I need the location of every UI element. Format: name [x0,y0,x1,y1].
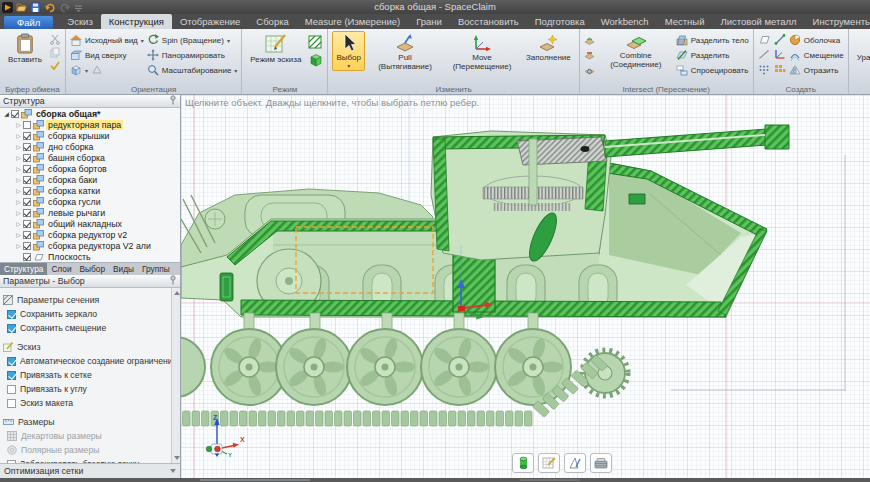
option-2-0[interactable]: Декартовы размеры [0,429,180,443]
equation-button[interactable]: Σ Уравнение [853,31,870,65]
visibility-checkbox[interactable] [23,165,31,173]
tree-item-3[interactable]: ▷дно сборка [0,141,180,152]
tree-item-13[interactable]: Плоскость [0,251,180,262]
panel-tab-1[interactable]: Слои [47,263,75,275]
visibility-checkbox[interactable] [23,132,31,140]
intersect-small-icon[interactable] [584,65,596,77]
panel-tab-3[interactable]: Виды [109,263,138,275]
solid-mode-button[interactable] [512,453,534,473]
options-section-header-1[interactable]: Эскиз [0,339,180,354]
tab-file[interactable]: Файл [4,16,53,29]
select-tool-button[interactable]: Выбор ▾ [332,31,365,71]
section-mode-icon[interactable] [308,35,323,49]
mirror-button[interactable]: Отразить [789,63,844,77]
expander-icon[interactable]: ▷ [14,242,23,249]
expander-icon[interactable]: ▷ [14,154,23,161]
expander-icon[interactable]: ▷ [14,165,23,172]
spin-button[interactable]: Spin (Вращение)▾ [147,33,238,47]
visibility-checkbox[interactable] [23,121,31,129]
scroll-down-icon[interactable] [174,456,180,460]
section-mode-button[interactable] [590,453,612,473]
merge-icon[interactable] [584,35,596,47]
point-grid-icon[interactable] [758,63,770,75]
visibility-checkbox[interactable] [23,154,31,162]
expander-icon[interactable]: ▷ [14,121,23,128]
fill-tool-button[interactable]: Заполнение [522,31,575,65]
road-wheel-1[interactable] [276,329,352,405]
model-canvas[interactable] [181,95,870,478]
visibility-checkbox[interactable] [23,176,31,184]
tab-9[interactable]: Местный [657,14,713,29]
pattern-grid-icon[interactable] [774,63,786,75]
model-viewport[interactable]: Щелкните объект. Дважды щелкните, чтобы … [181,95,870,478]
expander-icon[interactable]: ▷ [14,132,23,139]
option-checkbox[interactable] [7,371,16,380]
subtract-icon[interactable] [584,50,596,62]
options-section-header-0[interactable]: Параметры сечения [0,292,180,307]
tree-item-2[interactable]: ▷сборка крышки [0,130,180,141]
tab-10[interactable]: Листовой металл [712,14,804,29]
tank-model[interactable] [181,125,789,426]
options-footer-section[interactable]: Оптимизация сетки [0,463,180,478]
option-1-1[interactable]: Привязать к сетке [0,368,180,382]
option-1-2[interactable]: Привязать к углу [0,382,180,396]
tab-4[interactable]: Measure (Измерение) [297,14,408,29]
pull-tool-button[interactable]: Pull (Вытягивание) [368,31,442,74]
visibility-checkbox[interactable] [11,110,19,118]
expander-icon[interactable]: ▷ [14,220,23,227]
pan-button[interactable]: Панорамировать [147,48,238,62]
tree-item-6[interactable]: ▷сборка баки [0,174,180,185]
tree-item-8[interactable]: ▷сборка гусли [0,196,180,207]
visibility-checkbox[interactable] [23,143,31,151]
panel-tab-4[interactable]: Группы [138,263,174,275]
perspective-icon[interactable] [91,64,103,76]
cut-icon[interactable] [49,33,61,45]
offset-button[interactable]: Смещение [789,48,844,62]
format-painter-icon[interactable] [49,59,61,71]
axes-tool-icon[interactable] [774,48,786,60]
plane-tool-icon[interactable] [758,33,770,45]
expander-icon[interactable]: ▷ [14,198,23,205]
option-0-0[interactable]: Сохранить зеркало [0,307,180,321]
combine-button[interactable]: Combine (Соединение) [599,31,673,72]
option-checkbox[interactable] [7,357,16,366]
panel-tab-2[interactable]: Выбор [76,263,109,275]
panel-tab-0[interactable]: Структура [0,263,47,275]
tab-7[interactable]: Подготовка [527,14,593,29]
option-checkbox[interactable] [7,310,16,319]
tree-item-0[interactable]: ◢сборка общая* [0,108,180,119]
option-checkbox[interactable] [7,324,16,333]
top-view-button[interactable]: Вид сверху [70,48,144,62]
road-wheel-3[interactable] [421,329,497,405]
tree-item-11[interactable]: ▷сборка редуктор v2 [0,229,180,240]
visibility-checkbox[interactable] [23,242,31,250]
tree-item-12[interactable]: ▷сборка редуктора V2 али [0,240,180,251]
view-cube-button[interactable]: ▾ [70,63,144,77]
tab-6[interactable]: Восстановить [450,14,527,29]
option-1-3[interactable]: Эскиз макета [0,396,180,410]
tab-11[interactable]: Инструменты [805,14,870,29]
pin-icon[interactable] [169,95,177,107]
road-wheel-2[interactable] [347,329,423,405]
paste-button[interactable]: Вставить [4,31,46,67]
options-section-header-2[interactable]: Размеры [0,414,180,429]
axis-tool-icon[interactable] [774,33,786,45]
expander-icon[interactable]: ▷ [14,187,23,194]
expander-icon[interactable]: ◢ [2,110,11,117]
tree-item-5[interactable]: ▷сборка бортов [0,163,180,174]
axis-triad[interactable]: Z X Y [195,411,247,463]
solid-mode-icon[interactable] [308,53,323,67]
home-view-button[interactable]: Исходный вид▾ [70,33,144,47]
move-tool-button[interactable]: Move (Перемещение) [445,31,519,74]
visibility-checkbox[interactable] [23,231,31,239]
tab-5[interactable]: Грани [408,14,450,29]
tree-item-9[interactable]: ▷левые рычаги [0,207,180,218]
sketch-mode-button[interactable] [538,453,560,473]
tab-3[interactable]: Сборка [248,14,297,29]
line-tool-icon[interactable] [758,48,770,60]
option-1-0[interactable]: Автоматическое создание ограничений [0,354,180,368]
annotation-plane-button[interactable] [564,453,586,473]
copy-icon[interactable] [49,46,61,58]
zoom-button[interactable]: Масштабирование▾ [147,63,238,77]
tree-item-10[interactable]: ▷общий накладных [0,218,180,229]
